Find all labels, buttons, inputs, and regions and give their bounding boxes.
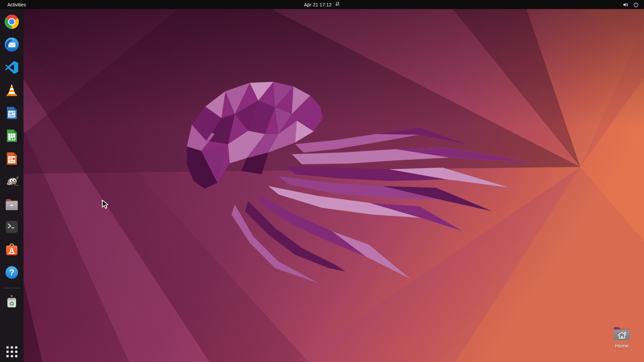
home-folder-icon: [612, 326, 632, 342]
svg-text:A: A: [9, 246, 14, 254]
libreoffice-impress-icon: [4, 151, 19, 166]
clock-label: Apr 21 17:12: [304, 2, 332, 7]
system-status-menu[interactable]: [620, 0, 642, 9]
dock-item-gimp[interactable]: [4, 173, 20, 189]
dock-item-vscode[interactable]: [4, 59, 20, 75]
dock-item-thunderbird[interactable]: [4, 37, 20, 53]
dock-item-libreoffice-calc[interactable]: [4, 128, 20, 144]
svg-text:?: ?: [9, 268, 14, 277]
home-folder-label: Home: [610, 343, 633, 349]
dock-item-libreoffice-impress[interactable]: [4, 150, 20, 167]
libreoffice-calc-icon: [4, 128, 19, 143]
dock: A ? ♻: [0, 9, 23, 362]
dock-divider: [4, 288, 19, 288]
dock-item-help[interactable]: ?: [4, 264, 20, 281]
top-bar: Activities Apr 21 17:12: [0, 0, 644, 9]
svg-text:♻: ♻: [9, 300, 14, 307]
dock-item-files[interactable]: [4, 196, 20, 212]
gimp-icon: [4, 173, 20, 189]
terminal-icon: [4, 219, 19, 235]
clock-menu-button[interactable]: Apr 21 17:12: [300, 0, 344, 9]
help-icon: ?: [4, 265, 19, 280]
dock-item-trash[interactable]: ♻: [4, 294, 20, 310]
thunderbird-icon: [4, 37, 20, 53]
activities-button[interactable]: Activities: [4, 1, 29, 8]
volume-icon: [623, 2, 629, 7]
vlc-icon: [4, 82, 20, 98]
power-icon: [633, 2, 639, 7]
ubuntu-software-icon: A: [4, 242, 20, 258]
trash-icon: ♻: [4, 294, 20, 310]
files-icon: [4, 196, 20, 212]
show-applications-button[interactable]: [5, 345, 19, 359]
chrome-icon: [4, 14, 20, 30]
dock-item-terminal[interactable]: [4, 219, 20, 235]
vscode-icon: [4, 60, 19, 75]
libreoffice-writer-icon: [4, 105, 19, 121]
desktop-wallpaper[interactable]: [0, 0, 644, 362]
dock-item-chrome[interactable]: [4, 14, 20, 30]
dock-item-ubuntu-software[interactable]: A: [4, 242, 20, 258]
notifications-off-icon: [335, 1, 340, 8]
home-folder-shortcut[interactable]: Home: [610, 326, 633, 349]
dock-item-libreoffice-writer[interactable]: [4, 105, 20, 121]
dock-item-vlc[interactable]: [4, 82, 20, 98]
